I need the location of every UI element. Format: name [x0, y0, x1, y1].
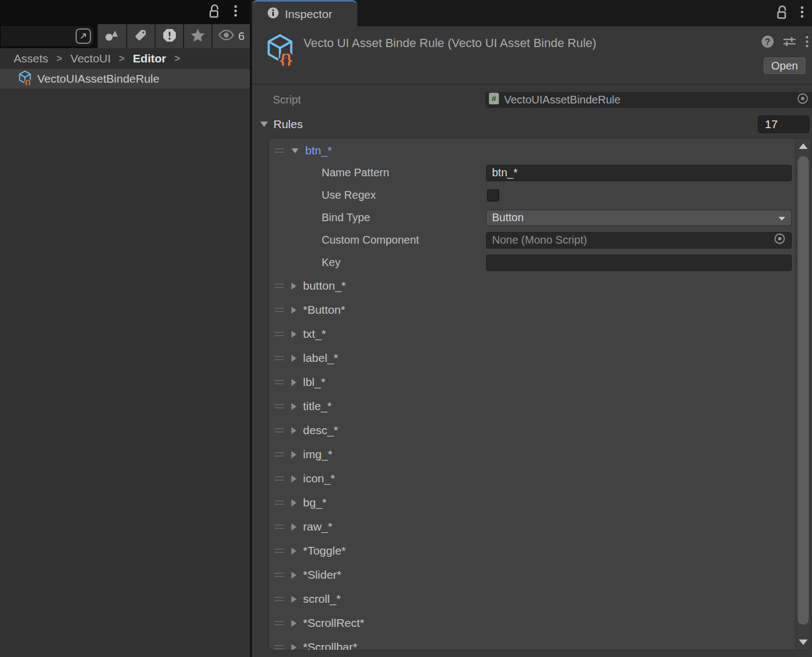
- warnings-filter-button[interactable]: [155, 24, 183, 48]
- foldout-open-icon[interactable]: [291, 148, 299, 154]
- drag-handle-icon[interactable]: [275, 573, 284, 577]
- kebab-menu-icon[interactable]: [233, 3, 238, 21]
- custom-component-object-field[interactable]: None (Mono Script): [486, 232, 792, 249]
- vertical-scrollbar[interactable]: [795, 139, 811, 650]
- drag-handle-icon[interactable]: [275, 549, 284, 553]
- rule-row[interactable]: lbl_*: [269, 370, 795, 394]
- rule-row[interactable]: button_*: [269, 274, 795, 298]
- rule-name[interactable]: txt_*: [303, 327, 326, 341]
- use-regex-checkbox[interactable]: [487, 189, 499, 201]
- foldout-closed-icon[interactable]: [291, 547, 297, 555]
- drag-handle-icon[interactable]: [275, 284, 284, 288]
- rule-row[interactable]: title_*: [269, 394, 795, 418]
- foldout-open-icon[interactable]: [260, 121, 268, 128]
- scroll-down-icon[interactable]: [799, 639, 808, 645]
- favorites-button[interactable]: [183, 24, 211, 48]
- rule-row-expanded[interactable]: btn_*: [269, 140, 795, 162]
- rule-name[interactable]: img_*: [303, 448, 333, 461]
- breadcrumb-item-assets[interactable]: Assets: [14, 52, 48, 65]
- foldout-closed-icon[interactable]: [291, 523, 297, 531]
- rule-row[interactable]: *Toggle*: [269, 539, 795, 563]
- rule-row[interactable]: *Scrollbar*: [269, 635, 795, 650]
- rule-row[interactable]: icon_*: [269, 466, 795, 491]
- foldout-closed-icon[interactable]: [291, 306, 297, 314]
- visibility-button[interactable]: 6: [211, 24, 250, 48]
- foldout-closed-icon[interactable]: [291, 378, 297, 387]
- search-jump-icon[interactable]: [76, 28, 91, 44]
- drag-handle-icon[interactable]: [275, 476, 284, 481]
- foldout-closed-icon[interactable]: [291, 451, 297, 459]
- drag-handle-icon[interactable]: [275, 500, 284, 505]
- breadcrumb-item-vectoui[interactable]: VectoUI: [71, 52, 111, 65]
- drag-handle-icon[interactable]: [275, 525, 284, 529]
- foldout-closed-icon[interactable]: [291, 475, 297, 483]
- rule-row[interactable]: txt_*: [269, 322, 795, 346]
- rules-foldout-row[interactable]: Rules 17: [252, 116, 812, 133]
- rule-name[interactable]: btn_*: [305, 144, 332, 157]
- rule-row[interactable]: raw_*: [269, 515, 795, 539]
- rule-name[interactable]: *Toggle*: [303, 544, 346, 557]
- rule-name[interactable]: *ScrollRect*: [303, 616, 364, 630]
- breadcrumb-item-editor[interactable]: Editor: [133, 52, 167, 65]
- bind-type-dropdown[interactable]: Button: [486, 210, 792, 226]
- drag-handle-icon[interactable]: [275, 356, 284, 360]
- rule-name[interactable]: desc_*: [303, 424, 338, 437]
- rule-name[interactable]: icon_*: [303, 472, 335, 485]
- drag-handle-icon[interactable]: [275, 597, 284, 601]
- rule-name[interactable]: lbl_*: [303, 376, 325, 389]
- foldout-closed-icon[interactable]: [291, 643, 297, 650]
- foldout-closed-icon[interactable]: [291, 619, 297, 627]
- rule-row[interactable]: *Button*: [269, 298, 795, 322]
- script-object-field[interactable]: # VectoUIAssetBindeRule: [485, 92, 812, 108]
- rule-row[interactable]: *ScrollRect*: [269, 611, 795, 635]
- search-by-type-button[interactable]: [98, 24, 126, 48]
- name-pattern-input[interactable]: btn_*: [486, 165, 792, 181]
- rule-row[interactable]: bg_*: [269, 491, 795, 515]
- drag-handle-icon[interactable]: [275, 148, 284, 153]
- unlock-icon[interactable]: [209, 3, 221, 21]
- rule-name[interactable]: *Scrollbar*: [303, 641, 357, 650]
- rule-row[interactable]: label_*: [269, 346, 795, 370]
- scrollbar-thumb[interactable]: [798, 156, 809, 625]
- drag-handle-icon[interactable]: [275, 404, 284, 408]
- asset-row-selected[interactable]: {} VectoUIAssetBindeRule: [0, 69, 250, 89]
- open-button[interactable]: Open: [764, 57, 805, 74]
- rule-name[interactable]: bg_*: [303, 496, 327, 509]
- object-picker-icon[interactable]: [774, 233, 786, 247]
- foldout-closed-icon[interactable]: [291, 282, 297, 290]
- rules-count-field[interactable]: 17: [758, 116, 809, 133]
- key-input[interactable]: [486, 255, 792, 271]
- rule-row[interactable]: scroll_*: [269, 587, 795, 611]
- foldout-closed-icon[interactable]: [291, 354, 297, 362]
- tab-inspector[interactable]: Inspector: [252, 0, 357, 26]
- drag-handle-icon[interactable]: [275, 380, 284, 384]
- drag-handle-icon[interactable]: [275, 308, 284, 312]
- drag-handle-icon[interactable]: [275, 645, 284, 649]
- drag-handle-icon[interactable]: [275, 452, 284, 457]
- foldout-closed-icon[interactable]: [291, 427, 297, 435]
- foldout-closed-icon[interactable]: [291, 571, 297, 579]
- search-by-label-button[interactable]: [126, 24, 155, 48]
- project-list-empty-area[interactable]: [0, 89, 250, 657]
- foldout-closed-icon[interactable]: [291, 499, 297, 507]
- scroll-up-icon[interactable]: [799, 143, 808, 149]
- rule-row[interactable]: img_*: [269, 442, 795, 466]
- rule-name[interactable]: label_*: [303, 351, 338, 365]
- foldout-closed-icon[interactable]: [291, 330, 297, 338]
- foldout-closed-icon[interactable]: [291, 402, 297, 411]
- rule-row[interactable]: *Slider*: [269, 563, 795, 587]
- rule-name[interactable]: *Button*: [303, 303, 345, 316]
- rule-row[interactable]: desc_*: [269, 418, 795, 442]
- search-field[interactable]: [0, 25, 94, 47]
- search-input[interactable]: [1, 31, 76, 42]
- kebab-menu-icon[interactable]: [800, 4, 804, 22]
- object-picker-icon[interactable]: [797, 93, 809, 107]
- drag-handle-icon[interactable]: [275, 428, 284, 433]
- help-icon[interactable]: ?: [761, 35, 774, 50]
- presets-icon[interactable]: [782, 35, 797, 50]
- rule-name[interactable]: scroll_*: [303, 592, 341, 606]
- kebab-menu-icon[interactable]: [805, 34, 809, 51]
- rule-name[interactable]: title_*: [303, 400, 332, 413]
- rule-name[interactable]: button_*: [303, 279, 346, 292]
- rule-name[interactable]: raw_*: [303, 520, 333, 533]
